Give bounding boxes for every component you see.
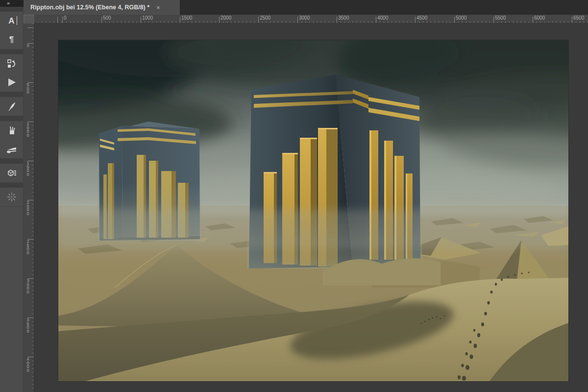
brush-presets-panel-button[interactable]: [0, 121, 23, 140]
feather-icon: [6, 101, 17, 112]
vruler-label-3500: 3 5 0 0: [25, 318, 31, 333]
vruler-label-1000: 1 0 0 0: [25, 122, 31, 137]
paragraph-panel-button[interactable]: ¶: [0, 30, 23, 49]
pasteboard: [34, 24, 588, 392]
hruler-label-6000: 6000: [534, 15, 545, 21]
document-tab-title: Rippton.obj bei 12.5% (Ebene 4, RGB/8) *: [30, 4, 149, 11]
hruler-label-6500: 6500: [573, 15, 584, 21]
panel-group-brushes: [0, 116, 23, 159]
history-panel-button[interactable]: [0, 54, 23, 73]
photoshop-window: Rippton.obj bei 12.5% (Ebene 4, RGB/8) *…: [0, 0, 588, 392]
brush-settings-panel-button[interactable]: [0, 140, 23, 158]
notes-panel-button[interactable]: [0, 97, 23, 116]
brush-cup-icon: [6, 125, 17, 136]
panel-group-grip[interactable]: [0, 116, 23, 121]
character-panel-button[interactable]: A: [0, 12, 23, 30]
vruler-label-0: 0: [25, 44, 31, 48]
character-panel-icon: A: [8, 16, 14, 26]
atmospheric-haze: [58, 209, 568, 248]
dock-collapse-button[interactable]: »: [0, 0, 24, 7]
history-panel-icon: [6, 58, 17, 69]
document-canvas[interactable]: [58, 40, 568, 381]
hruler-label-0: 0: [64, 15, 67, 21]
hruler-label-2000: 2000: [220, 15, 231, 21]
hruler-label-5500: 5500: [495, 15, 506, 21]
vruler-label-3000: 3 0 0 0: [25, 279, 31, 294]
horizontal-ruler[interactable]: 0500100015002000250030003500400045005000…: [34, 15, 588, 24]
starburst-icon: [6, 191, 18, 203]
3d-cube-icon: [6, 168, 17, 178]
hruler-label-3500: 3500: [338, 15, 349, 21]
document-tab-bar: Rippton.obj bei 12.5% (Ebene 4, RGB/8) *…: [0, 0, 588, 15]
document-tab[interactable]: Rippton.obj bei 12.5% (Ebene 4, RGB/8) *…: [24, 0, 180, 15]
vruler-label-4000: 4 0 0 0: [25, 358, 31, 372]
paragraph-panel-icon: ¶: [9, 35, 14, 45]
hruler-label-1000: 1000: [142, 15, 153, 21]
panel-group-type: A ¶: [0, 7, 23, 49]
panel-group-notes: [0, 92, 23, 116]
hruler-label-5000: 5000: [456, 15, 466, 21]
brush-icon: [6, 144, 17, 154]
panel-group-3d: [0, 159, 23, 183]
vertical-ruler[interactable]: 05 0 01 0 0 01 5 0 02 0 0 02 5 0 03 0 0 …: [24, 24, 34, 392]
actions-panel-button[interactable]: [0, 73, 23, 92]
ruler-origin-box[interactable]: [24, 15, 35, 24]
play-icon: [6, 77, 17, 88]
vruler-label-500: 5 0 0: [25, 83, 31, 95]
hruler-label-2500: 2500: [260, 15, 270, 21]
panel-group-grip[interactable]: [0, 92, 23, 97]
vruler-label-2000: 2 0 0 0: [25, 201, 31, 216]
panel-group-actions: [0, 49, 23, 92]
panel-group-grip[interactable]: [0, 49, 23, 54]
hruler-label-4500: 4500: [416, 15, 427, 21]
artwork-desert-towers: [58, 40, 568, 381]
panel-dock: A ¶: [0, 7, 24, 392]
vruler-label-1500: 1 5 0 0: [25, 162, 31, 176]
hruler-label-4000: 4000: [377, 15, 388, 21]
3d-panel-button[interactable]: [0, 164, 23, 182]
vruler-label-2500: 2 5 0 0: [25, 240, 31, 255]
tab-close-icon[interactable]: ×: [156, 4, 160, 11]
panel-group-misc: [0, 183, 23, 207]
panel-group-grip[interactable]: [0, 159, 23, 164]
hruler-label-3000: 3000: [299, 15, 310, 21]
double-chevron-icon: »: [7, 0, 9, 6]
panel-group-grip[interactable]: [0, 183, 23, 188]
spinner-panel-button[interactable]: [0, 188, 23, 206]
hruler-label-500: 500: [103, 15, 111, 21]
hruler-label-1500: 1500: [181, 15, 192, 21]
panel-group-grip[interactable]: [0, 7, 23, 12]
